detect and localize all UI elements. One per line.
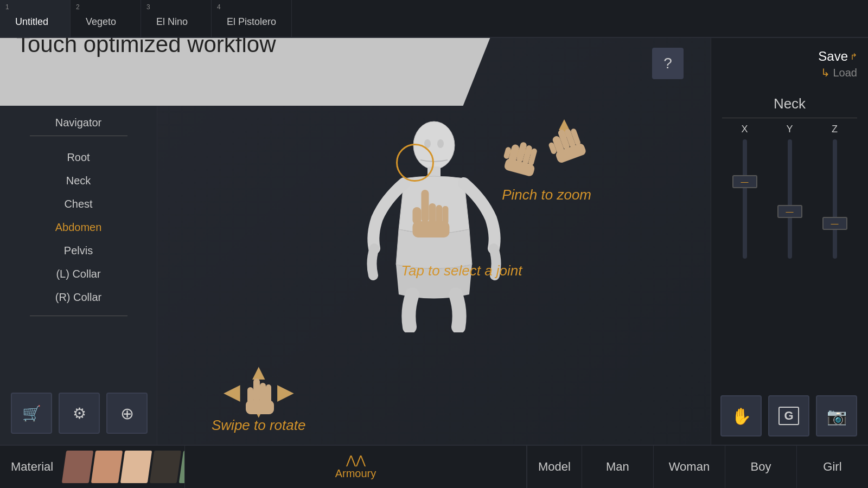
xyz-header: X Y Z <box>722 124 857 135</box>
x-slider-col <box>726 139 764 259</box>
navigator-title: Navigator <box>0 117 157 129</box>
save-load-section: Save ↱ ↳ Load <box>722 49 857 79</box>
material-label: Material <box>11 460 53 474</box>
top-tab-bar: 1 Untitled 2 Vegeto 3 El Nino 4 El Pisto… <box>0 0 868 38</box>
tab-label-untitled: Untitled <box>15 16 48 28</box>
z-axis-label: Z <box>816 124 854 135</box>
x-slider-handle[interactable] <box>732 175 757 188</box>
g-key-button[interactable]: G <box>768 395 809 436</box>
cart-icon: 🛒 <box>22 404 41 422</box>
camera-icon: 📷 <box>827 407 847 426</box>
model-woman-label: Woman <box>669 460 710 474</box>
nav-item-neck[interactable]: Neck <box>0 169 157 192</box>
x-slider-track[interactable] <box>743 139 747 259</box>
nav-item-abdomen[interactable]: Abdomen <box>0 216 157 239</box>
xyz-sliders <box>722 139 857 259</box>
model-tab-woman[interactable]: Woman <box>653 446 725 488</box>
target-icon: ⊕ <box>120 404 134 423</box>
tap-label: Tap to select a joint <box>401 262 522 279</box>
swipe-hand-icon <box>242 378 275 422</box>
cart-button[interactable]: 🛒 <box>11 393 52 434</box>
model-tab-man[interactable]: Man <box>582 446 653 488</box>
tab-number-3: 3 <box>146 3 150 11</box>
load-arrow-icon: ↳ <box>821 67 830 79</box>
tap-icon <box>401 190 455 260</box>
armoury-label: Armoury <box>335 467 376 480</box>
tab-label-vegeto: Vegeto <box>86 16 116 28</box>
svg-rect-24 <box>253 378 260 403</box>
model-man-label: Man <box>606 460 629 474</box>
target-button[interactable]: ⊕ <box>106 393 148 434</box>
hand-button[interactable]: ✋ <box>720 395 762 436</box>
hand-icon: ✋ <box>731 407 751 426</box>
x-axis-label: X <box>726 124 764 135</box>
material-swatches <box>64 451 184 483</box>
save-button[interactable]: Save ↱ <box>818 49 857 64</box>
tab-untitled[interactable]: 1 Untitled <box>0 0 71 37</box>
pinch-icon <box>502 114 589 184</box>
tab-number-4: 4 <box>217 3 221 11</box>
swipe-gesture-area: ▲ ▼ ◀ ▶ Swipe to rotate <box>212 360 305 434</box>
tap-gesture-area: Tap to select a joint <box>401 190 522 279</box>
y-slider-track[interactable] <box>788 139 792 259</box>
tab-number-2: 2 <box>76 3 80 11</box>
tab-el-nino[interactable]: 3 El Nino <box>141 0 212 37</box>
tab-label-el-nino: El Nino <box>156 16 188 28</box>
bottom-left-toolbar: 🛒 ⚙ ⊕ <box>11 393 148 434</box>
right-panel: Save ↱ ↳ Load Neck X Y Z <box>711 38 868 445</box>
svg-point-2 <box>424 139 431 148</box>
svg-rect-23 <box>412 221 449 237</box>
y-slider-col <box>771 139 809 259</box>
y-slider-handle[interactable] <box>777 205 802 218</box>
y-axis-label: Y <box>771 124 809 135</box>
nav-item-l-collar[interactable]: (L) Collar <box>0 262 157 286</box>
nav-item-pelvis[interactable]: Pelvis <box>0 239 157 262</box>
model-girl-label: Girl <box>823 460 841 474</box>
swatch-0[interactable] <box>62 451 93 483</box>
load-label: Load <box>833 67 858 79</box>
save-arrow-icon: ↱ <box>850 52 857 62</box>
svg-rect-18 <box>421 190 429 222</box>
model-tabs: Man Woman Boy Girl <box>582 446 868 488</box>
swatch-3[interactable] <box>150 451 181 483</box>
armoury-section[interactable]: ⋀⋀ Armoury <box>184 446 527 488</box>
svg-rect-28 <box>246 400 274 414</box>
save-label: Save <box>818 49 848 64</box>
armoury-icon: ⋀⋀ <box>346 454 366 466</box>
save-load-group: Save ↱ ↳ Load <box>818 49 857 79</box>
help-button[interactable]: ? <box>652 48 684 79</box>
swatch-1[interactable] <box>91 451 123 483</box>
swatch-2[interactable] <box>120 451 152 483</box>
tab-number-1: 1 <box>5 3 9 11</box>
material-section: Material <box>0 446 184 488</box>
model-tab-boy[interactable]: Boy <box>725 446 796 488</box>
z-slider-handle[interactable] <box>822 217 847 230</box>
tab-el-pistolero[interactable]: 4 El Pistolero <box>212 0 292 37</box>
bottom-right-toolbar: ✋ G 📷 <box>720 395 857 436</box>
nav-item-root[interactable]: Root <box>0 146 157 169</box>
gear-icon: ⚙ <box>73 404 86 422</box>
z-slider-col <box>816 139 854 259</box>
load-button[interactable]: ↳ Load <box>821 66 857 79</box>
svg-point-3 <box>437 139 444 148</box>
g-key-icon: G <box>778 407 799 425</box>
camera-button[interactable]: 📷 <box>816 395 857 436</box>
bone-title: Neck <box>722 95 857 118</box>
model-boy-label: Boy <box>751 460 771 474</box>
z-slider-track[interactable] <box>833 139 837 259</box>
question-icon: ? <box>663 55 672 72</box>
model-text: Model <box>538 460 571 474</box>
nav-item-chest[interactable]: Chest <box>0 192 157 216</box>
tab-label-el-pistolero: El Pistolero <box>227 16 276 28</box>
tab-vegeto[interactable]: 2 Vegeto <box>71 0 141 37</box>
bottom-bar: Material ⋀⋀ Armoury Model Man Woman Boy <box>0 445 868 488</box>
navigator-divider <box>30 136 127 136</box>
nav-item-r-collar[interactable]: (R) Collar <box>0 286 157 309</box>
model-tab-girl[interactable]: Girl <box>796 446 868 488</box>
model-section: Model Man Woman Boy Girl <box>527 446 868 488</box>
model-label: Model <box>527 446 582 488</box>
settings-button[interactable]: ⚙ <box>59 393 100 434</box>
navigator-bottom-divider <box>30 316 127 316</box>
